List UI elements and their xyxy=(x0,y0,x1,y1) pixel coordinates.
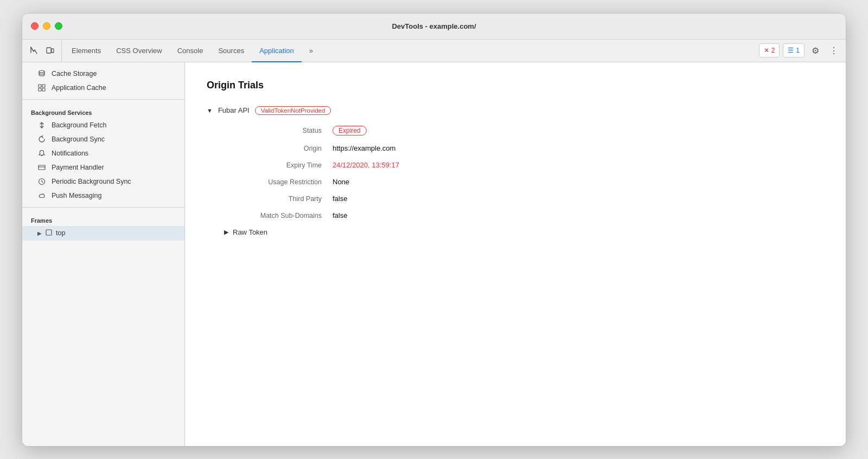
more-options-button[interactable]: ⋮ xyxy=(826,43,841,58)
frames-header: Frames xyxy=(22,212,184,226)
cloud-icon xyxy=(37,191,46,200)
tabbar: Elements CSS Overview Console Sources Ap… xyxy=(22,40,846,62)
svg-rect-7 xyxy=(39,165,45,170)
status-value: Expired xyxy=(333,126,367,135)
tabbar-right-controls: ✕ 2 ☰ 1 ⚙ ⋮ xyxy=(759,40,841,62)
usage-label: Usage Restriction xyxy=(224,178,333,186)
sidebar: Cache Storage Application Cache Backgrou… xyxy=(22,62,185,446)
svg-point-2 xyxy=(39,70,44,73)
maximize-button[interactable] xyxy=(55,22,62,30)
notifications-label: Notifications xyxy=(52,150,88,157)
settings-button[interactable]: ⚙ xyxy=(808,43,823,58)
periodic-background-sync-label: Periodic Background Sync xyxy=(52,178,131,185)
top-frame-label: top xyxy=(56,229,65,237)
match-sub-label: Match Sub-Domains xyxy=(224,212,333,219)
tab-css-overview[interactable]: CSS Overview xyxy=(108,40,170,62)
sidebar-item-top[interactable]: ▶ top xyxy=(22,226,184,241)
tab-console[interactable]: Console xyxy=(170,40,211,62)
status-label: Status xyxy=(224,127,333,134)
tab-application[interactable]: Application xyxy=(252,40,302,62)
svg-rect-1 xyxy=(52,49,54,53)
svg-rect-3 xyxy=(39,85,41,87)
expiry-row: Expiry Time 24/12/2020, 13:59:17 xyxy=(224,161,824,169)
sidebar-item-periodic-background-sync[interactable]: Periodic Background Sync xyxy=(22,174,184,189)
bell-icon xyxy=(37,149,46,158)
sidebar-item-application-cache[interactable]: Application Cache xyxy=(22,81,184,95)
api-status-badge: ValidTokenNotProvided xyxy=(255,106,331,115)
raw-token-row[interactable]: ▶ Raw Token xyxy=(224,228,824,236)
svg-rect-6 xyxy=(42,88,45,91)
raw-token-expand-icon: ▶ xyxy=(224,229,228,236)
devtools-window: DevTools - example.com/ Elements CSS Ove… xyxy=(22,13,846,447)
background-sync-label: Background Sync xyxy=(52,135,105,143)
sidebar-item-push-messaging[interactable]: Push Messaging xyxy=(22,189,184,203)
origin-row: Origin https://example.com xyxy=(224,144,824,152)
database-icon xyxy=(37,69,46,78)
match-sub-row: Match Sub-Domains false xyxy=(224,211,824,219)
sidebar-item-background-fetch[interactable]: Background Fetch xyxy=(22,118,184,132)
error-count: 2 xyxy=(771,47,775,54)
status-row: Status Expired xyxy=(224,126,824,135)
tabbar-tools xyxy=(27,40,62,62)
origin-label: Origin xyxy=(224,145,333,152)
content-area: Origin Trials ▼ Fubar API ValidTokenNotP… xyxy=(185,62,846,446)
svg-rect-4 xyxy=(42,85,45,87)
api-section: ▼ Fubar API ValidTokenNotProvided Status… xyxy=(207,106,824,236)
message-count: 1 xyxy=(796,47,800,54)
sidebar-divider-1 xyxy=(22,99,184,100)
application-cache-label: Application Cache xyxy=(52,84,106,92)
card-icon xyxy=(37,163,46,172)
sidebar-item-background-sync[interactable]: Background Sync xyxy=(22,132,184,146)
frame-icon xyxy=(45,229,53,238)
tab-more[interactable]: » xyxy=(302,40,321,62)
sidebar-item-notifications[interactable]: Notifications xyxy=(22,146,184,160)
svg-rect-0 xyxy=(47,48,51,53)
cache-storage-label: Cache Storage xyxy=(52,70,97,77)
third-party-value: false xyxy=(333,195,347,203)
traffic-lights xyxy=(31,22,62,30)
page-title: Origin Trials xyxy=(207,80,824,91)
push-messaging-label: Push Messaging xyxy=(52,192,101,199)
gear-icon: ⚙ xyxy=(812,46,819,56)
messages-badge[interactable]: ☰ 1 xyxy=(783,43,805,57)
sync-icon xyxy=(37,135,46,144)
origin-value: https://example.com xyxy=(333,144,395,152)
api-collapse-icon[interactable]: ▼ xyxy=(207,107,213,114)
usage-value: None xyxy=(333,178,349,186)
svg-rect-5 xyxy=(39,88,41,91)
background-services-header: Background Services xyxy=(22,104,184,118)
svg-rect-9 xyxy=(46,230,52,235)
sidebar-item-payment-handler[interactable]: Payment Handler xyxy=(22,160,184,174)
third-party-row: Third Party false xyxy=(224,195,824,203)
payment-handler-label: Payment Handler xyxy=(52,164,104,171)
sidebar-divider-2 xyxy=(22,207,184,208)
tab-sources[interactable]: Sources xyxy=(210,40,252,62)
device-icon[interactable] xyxy=(43,43,57,57)
error-icon: ✕ xyxy=(764,47,769,54)
grid-icon xyxy=(37,83,46,92)
message-icon: ☰ xyxy=(788,47,794,54)
expand-triangle-icon: ▶ xyxy=(37,230,42,236)
inspect-icon[interactable] xyxy=(27,43,41,57)
expiry-label: Expiry Time xyxy=(224,161,333,169)
raw-token-label: Raw Token xyxy=(233,228,267,236)
expiry-value: 24/12/2020, 13:59:17 xyxy=(333,161,399,169)
errors-badge[interactable]: ✕ 2 xyxy=(759,43,780,57)
close-button[interactable] xyxy=(31,22,39,30)
main-layout: Cache Storage Application Cache Backgrou… xyxy=(22,62,846,446)
sidebar-item-cache-storage[interactable]: Cache Storage xyxy=(22,67,184,81)
api-name: Fubar API xyxy=(218,106,250,114)
third-party-label: Third Party xyxy=(224,195,333,203)
minimize-button[interactable] xyxy=(43,22,50,30)
usage-row: Usage Restriction None xyxy=(224,178,824,186)
tab-elements[interactable]: Elements xyxy=(64,40,108,62)
background-fetch-label: Background Fetch xyxy=(52,121,106,129)
ellipsis-icon: ⋮ xyxy=(829,46,838,56)
titlebar: DevTools - example.com/ xyxy=(22,14,846,40)
match-sub-value: false xyxy=(333,211,347,219)
detail-table: Status Expired Origin https://example.co… xyxy=(224,126,824,219)
window-title: DevTools - example.com/ xyxy=(392,22,476,30)
clock-icon xyxy=(37,177,46,186)
arrows-icon xyxy=(37,121,46,130)
api-header: ▼ Fubar API ValidTokenNotProvided xyxy=(207,106,824,115)
